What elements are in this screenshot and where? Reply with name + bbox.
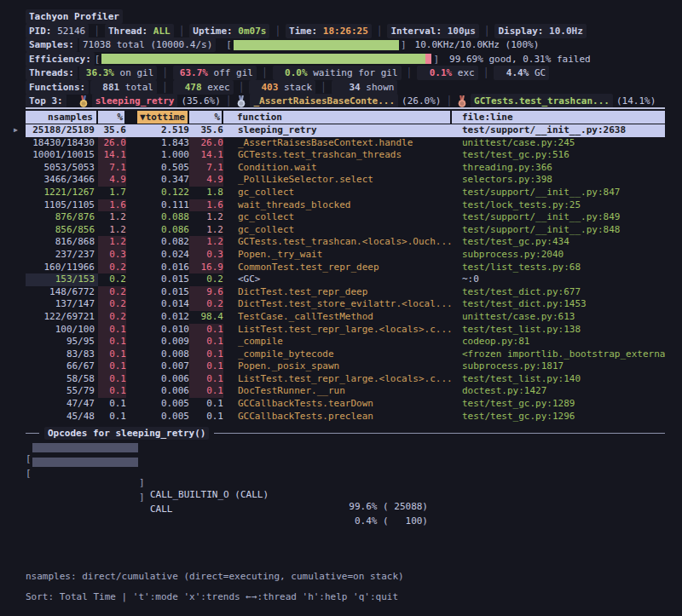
table-row[interactable]: 816/8681.20.0821.2GCTests.test_trashcan.…	[26, 236, 665, 249]
header-cell-nsamples[interactable]: nsamples	[26, 111, 96, 124]
table-row[interactable]: 47/470.10.0050.1GCCallbackTests.tearDown…	[26, 398, 665, 411]
table-row[interactable]: 3466/34664.90.3474.9_PollLikeSelector.se…	[26, 174, 665, 187]
cell-pct-direct: 1.2	[98, 211, 126, 224]
cell-nsamples: 160/11966	[26, 262, 98, 274]
table-row[interactable]: 18430/1843026.01.84326.0_AssertRaisesBas…	[26, 137, 665, 150]
table-row[interactable]: 856/8561.20.0861.2gc_collecttest/support…	[26, 224, 665, 237]
table-row[interactable]: 160/119660.20.01616.9CommonTest.test_rep…	[26, 262, 665, 274]
thread-segment-value: 63.7%	[176, 66, 208, 79]
cell-file-line: test/test_dict.py:1453	[452, 298, 665, 311]
cell-function: _compile	[223, 336, 452, 348]
cell-pct-direct: 0.1	[98, 348, 126, 361]
bar-open-bracket: [	[226, 38, 232, 51]
cell-tottime: 0.005	[126, 411, 189, 423]
rule-dash	[26, 433, 39, 435]
cell-tottime: 2.519	[126, 124, 189, 137]
table-row[interactable]: 1221/12671.70.1221.8gc_collecttest/suppo…	[26, 187, 665, 199]
cell-pct-cumulative: 0.1	[189, 324, 223, 337]
cell-tottime: 0.082	[126, 236, 189, 249]
uptime-label: Uptime:	[193, 26, 232, 37]
table-row[interactable]: 45/480.10.0050.1GCCallbackTests.preclean…	[26, 411, 665, 423]
table-row[interactable]: 55/790.10.0060.1DocTestRunner.__rundocte…	[26, 385, 665, 398]
cell-nsamples: 10001/10015	[26, 149, 98, 162]
top3-entry-percent: (14.1%)	[616, 95, 656, 107]
cell-function: TestCase._callTestMethod	[223, 311, 452, 324]
cell-tottime: 0.086	[126, 224, 189, 237]
cell-function: CommonTest.test_repr_deep	[223, 262, 452, 274]
cell-nsamples: 153/153	[26, 273, 98, 286]
top3-label: Top 3:	[26, 94, 66, 108]
table-row[interactable]: 100/1000.10.0100.1ListTest.test_repr_lar…	[26, 324, 665, 337]
functions-segment: 403 stack	[249, 80, 315, 95]
thread-label: Thread:	[108, 26, 147, 37]
table-row[interactable]: 66/670.10.0070.1Popen._posix_spawnsubpro…	[26, 360, 665, 373]
table-row[interactable]: 95/950.10.0090.1_compilecodeop.py:81	[26, 336, 665, 348]
rule-line	[214, 433, 665, 435]
silver-medal-icon	[236, 95, 246, 107]
functions-segment-value: 34	[335, 81, 361, 94]
cell-file-line: selectors.py:398	[452, 174, 665, 187]
cell-file-line: test/lock_tests.py:25	[452, 199, 665, 212]
separator: │	[257, 66, 273, 79]
opcode-bar	[32, 458, 138, 468]
bar-close-bracket: ]	[433, 53, 439, 66]
table-row[interactable]: 148/67720.20.0159.6DictTest.test_repr_de…	[26, 286, 665, 299]
cell-pct-direct: 0.2	[98, 298, 126, 311]
table-row[interactable]: 10001/1001514.11.00014.1GCTests.test_tra…	[26, 149, 665, 162]
header-cell-pct-cumulative[interactable]: %	[189, 111, 222, 124]
cell-file-line: test/test_gc.py:434	[452, 236, 665, 249]
threads-label: Threads:	[26, 66, 78, 80]
cell-file-line: subprocess.py:2040	[452, 249, 665, 262]
cell-pct-direct: 35.6	[98, 124, 126, 137]
table-row[interactable]: 1105/11051.60.1111.6wait_threads_blocked…	[26, 199, 665, 212]
cell-nsamples: 237/237	[26, 249, 98, 262]
functions-segment-value: 881	[94, 81, 119, 94]
header-cell-pct-direct[interactable]: %	[98, 111, 124, 124]
cell-file-line: test/support/__init__.py:847	[452, 187, 665, 199]
cell-nsamples: 122/69721	[26, 311, 98, 324]
header-cell-tottime[interactable]: ▼tottime	[126, 111, 188, 124]
table-row[interactable]: 122/697210.20.01298.4TestCase._callTestM…	[26, 311, 665, 324]
cell-tottime: 0.010	[126, 324, 189, 337]
cell-function: DictTest.test_store_evilattr.<local...	[223, 298, 452, 311]
separator: │	[234, 81, 250, 94]
table-row[interactable]: ▶25188/2518935.62.51935.6sleeping_retryt…	[26, 124, 665, 137]
cell-function: gc_collect	[223, 211, 452, 224]
cell-nsamples: 66/67	[26, 360, 98, 373]
opcode-name: CALL_BUILTIN_O (CALL)	[150, 489, 269, 501]
table-row[interactable]: 58/580.10.0060.1ListTest.test_repr_large…	[26, 373, 665, 386]
table-row[interactable]: 237/2370.30.0240.3Popen._try_waitsubproc…	[26, 249, 665, 262]
table-row[interactable]: 83/830.10.0080.1_compile_bytecode<frozen…	[26, 348, 665, 361]
header-cell-file-line[interactable]: file:line	[452, 111, 665, 124]
thread-group[interactable]: Thread: ALL	[105, 24, 174, 38]
cell-pct-cumulative: 4.9	[189, 174, 223, 187]
opcode-bar	[32, 443, 138, 453]
cell-pct-cumulative: 0.1	[189, 336, 223, 348]
cell-pct-cumulative: 0.1	[189, 373, 223, 386]
top3-entry-percent: (26.0%)	[402, 95, 441, 107]
cell-pct-cumulative: 0.1	[189, 360, 223, 373]
cell-file-line: subprocess.py:1817	[452, 360, 665, 373]
cell-pct-cumulative: 0.1	[189, 411, 223, 423]
bar-open-bracket: [	[26, 468, 32, 480]
pid-value: 52146	[57, 26, 85, 37]
table-row[interactable]: 153/1530.20.0150.2<GC>~:0	[26, 273, 665, 286]
thread-segment-label: on gil	[114, 67, 153, 78]
cell-nsamples: 25188/25189	[26, 124, 98, 137]
table-row[interactable]: 137/1470.20.0140.2DictTest.test_store_ev…	[26, 298, 665, 311]
cell-pct-cumulative: 35.6	[189, 124, 223, 137]
table-row[interactable]: 5053/50537.10.5057.1Condition.waitthread…	[26, 162, 665, 175]
cell-nsamples: 55/79	[26, 385, 98, 398]
cell-file-line: test/test_list.py:140	[452, 373, 665, 386]
functions-segment-label: stack	[278, 82, 312, 93]
header-cell-function[interactable]: function	[223, 111, 450, 124]
cell-file-line: test/list_tests.py:68	[452, 262, 665, 274]
samples-label: Samples:	[26, 37, 78, 52]
table-row[interactable]: 876/8761.20.0881.2gc_collecttest/support…	[26, 211, 665, 224]
samples-line: Samples: 71038 total (10000.4/s) [ ] 10.…	[26, 38, 539, 52]
thread-segment-value: 4.4%	[497, 66, 529, 79]
cell-nsamples: 100/100	[26, 324, 98, 337]
cell-nsamples: 47/47	[26, 398, 98, 411]
functions-segment-label: exec	[202, 82, 230, 93]
threads-line: Threads: 36.3% on gil│63.7% off gil│0.0%…	[26, 66, 549, 80]
